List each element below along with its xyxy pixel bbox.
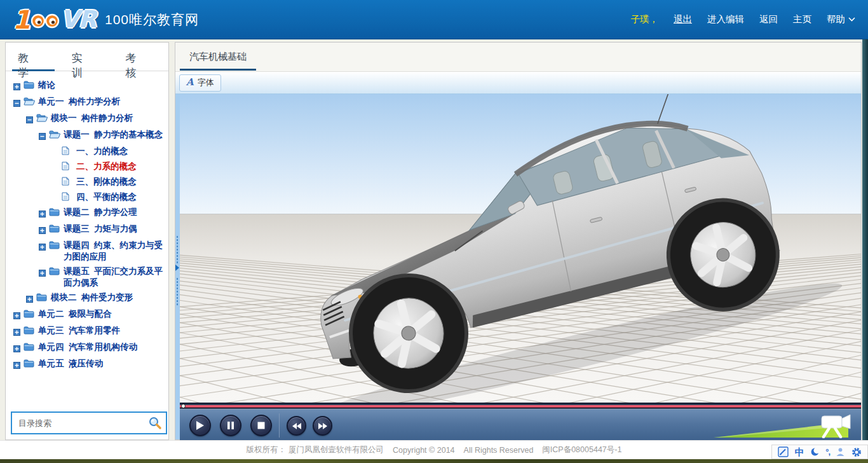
tree-item-label[interactable]: 二、力系的概念 [76,161,137,172]
tab-training[interactable]: 实 训 [66,43,109,71]
tree-item-label[interactable]: 单元四 汽车常用机构传动 [38,342,137,353]
play-icon [196,420,205,431]
home-link[interactable]: 主页 [793,13,811,25]
expand-plus-icon[interactable] [26,294,33,305]
tree-item-label[interactable]: 模块一 构件静力分析 [51,113,133,124]
tree-item-label[interactable]: 课题二 静力学公理 [64,207,137,218]
expand-plus-icon[interactable] [39,209,46,220]
tab-teaching[interactable]: 教 学 [12,43,55,71]
tree-item-label[interactable]: 课题四 约束、约束力与受力图的应用 [64,240,163,263]
font-button-label: 字体 [198,77,214,88]
tab-auto-mechanics[interactable]: 汽车机械基础 [180,43,256,71]
tree-item[interactable]: 课题二 静力学公理 [8,205,166,221]
player-control-bar [180,409,861,441]
expand-plus-icon[interactable] [39,225,46,237]
tree-item-label[interactable]: 模块二 构件受力变形 [51,292,133,303]
tree-item-label[interactable]: 单元三 汽车常用零件 [38,325,120,336]
tree-item[interactable]: 课题四 约束、约束力与受力图的应用 [8,238,166,264]
search-input[interactable] [17,418,148,429]
logout-link[interactable]: 退出 [674,13,692,25]
tab-assessment[interactable]: 考 核 [119,43,162,71]
progress-track [180,405,861,407]
rights-reserved: All Rights Reserved [464,446,534,455]
content-tabbar: 汽车机械基础 [175,43,861,72]
tree-item[interactable]: 单元五 液压传动 [8,356,166,373]
fast-forward-button[interactable] [313,416,332,436]
tree-item-label[interactable]: 四、平衡的概念 [76,191,137,203]
tree-item[interactable]: 课题五 平面汇交力系及平面力偶系 [8,264,166,290]
stop-icon [257,422,265,429]
tree-item[interactable]: 单元四 汽车常用机构传动 [8,340,166,356]
font-button[interactable]: A 字体 [179,74,221,92]
tree-item[interactable]: 单元三 汽车常用零件 [8,323,166,340]
camera-icon[interactable] [814,413,852,438]
tree-item-label[interactable]: 三、刚体的概念 [76,176,137,188]
chevron-down-icon [848,17,855,22]
ime-chinese-icon[interactable]: 中 [795,447,804,457]
expand-plus-icon[interactable] [13,327,20,338]
tree-item-label[interactable]: 单元一 构件力学分析 [38,96,120,107]
controls-divider [279,413,280,438]
tree-item[interactable]: 四、平衡的概念 [8,190,166,205]
tree-item[interactable]: 模块二 构件受力变形 [8,290,166,307]
pen-box-icon[interactable] [778,446,789,457]
tree-item-label[interactable]: 课题五 平面汇交力系及平面力偶系 [64,266,163,289]
rewind-icon [292,422,302,430]
stop-button[interactable] [250,415,272,436]
tree-item[interactable]: 绪论 [8,78,166,94]
tree-item[interactable]: 单元二 极限与配合 [8,307,166,323]
expand-plus-icon[interactable] [39,268,46,279]
tree-item[interactable]: 一、力的概念 [8,144,166,159]
pause-button[interactable] [220,415,241,436]
tree-item[interactable]: 单元一 构件力学分析 [8,94,166,111]
play-button[interactable] [189,415,211,436]
tree-item[interactable]: 二、力系的概念 [8,159,166,174]
expand-plus-icon[interactable] [13,360,20,371]
playback-progress-bar[interactable] [180,403,861,409]
enter-edit-link[interactable]: 进入编辑 [707,13,744,25]
panel-splitter[interactable] [175,94,180,439]
folder-closed-icon [36,293,48,304]
viewer-3d-canvas[interactable] [180,94,861,403]
expand-plus-icon[interactable] [39,242,46,253]
tree-item-label[interactable]: 课题三 力矩与力偶 [64,223,137,235]
folder-closed-icon [49,266,60,278]
footer: 版权所有：厦门凤凰创壹软件有限公司 Copyright © 2014 All R… [0,440,868,459]
tree-item-label[interactable]: 单元五 液压传动 [38,358,103,370]
collapse-minus-icon[interactable] [39,131,46,142]
collapse-minus-icon[interactable] [26,114,33,126]
viewer-toolbar: A 字体 [175,72,861,94]
help-link[interactable]: 帮助 [827,13,845,25]
tree-item[interactable]: 课题三 力矩与力偶 [8,221,166,238]
username: 子璞， [631,13,659,25]
taskbar-edge-strip [0,459,868,463]
collapse-arrow-icon[interactable] [175,265,179,271]
punctuation-icon[interactable]: °, [825,448,830,456]
splitter-grip [176,235,179,265]
expand-plus-icon[interactable] [13,310,20,322]
collapse-minus-icon[interactable] [13,98,20,109]
folder-closed-icon [24,326,35,337]
course-tree: 绪论单元一 构件力学分析模块一 构件静力分析课题一 静力学的基本概念一、力的概念… [6,71,168,396]
gear-icon[interactable] [851,447,862,457]
moon-icon[interactable] [810,447,820,457]
person-icon[interactable] [836,447,845,457]
tree-item[interactable]: 三、刚体的概念 [8,174,166,190]
search-icon[interactable] [148,416,162,430]
rewind-button[interactable] [287,416,306,436]
tree-item[interactable]: 模块一 构件静力分析 [8,111,166,127]
back-link[interactable]: 返回 [759,13,778,25]
tree-item-label[interactable]: 课题一 静力学的基本概念 [64,129,163,141]
tree-item-label[interactable]: 一、力的概念 [76,146,128,157]
folder-closed-icon [24,359,35,370]
tree-item-label[interactable]: 单元二 极限与配合 [38,308,112,320]
site-logo[interactable]: 1 VR [13,5,96,34]
folder-open-icon [24,97,35,108]
expand-plus-icon[interactable] [13,81,20,93]
tree-item[interactable]: 课题一 静力学的基本概念 [8,127,166,144]
expand-plus-icon[interactable] [13,343,20,355]
progress-handle[interactable] [181,404,186,408]
logo-text-100: 1 [13,5,31,34]
tree-item-label[interactable]: 绪论 [38,79,55,91]
help-menu[interactable]: 帮助 [827,13,855,25]
